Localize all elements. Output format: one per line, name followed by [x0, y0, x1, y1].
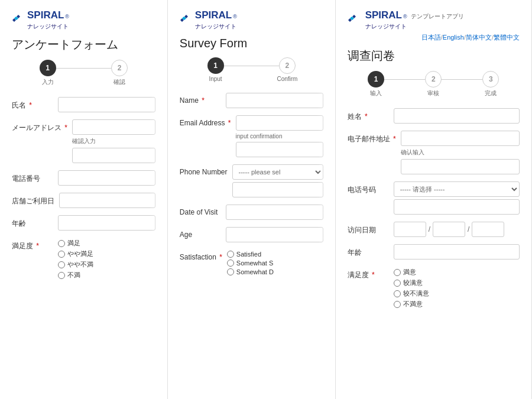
step-circle-3-3: 3 — [482, 71, 499, 87]
input-email-confirm-1[interactable] — [72, 148, 155, 163]
radio-item-1-1[interactable]: 満足 — [58, 239, 93, 248]
radio-item-2-1[interactable]: Satisfied — [227, 251, 274, 258]
logo-sub-1: ナレッジサイト — [27, 22, 69, 31]
step-circle-3-2: 2 — [425, 71, 442, 87]
field-row-email-1: メールアドレス * 確認入力 — [12, 119, 155, 163]
radio-unsatisfied-1[interactable] — [58, 272, 65, 279]
input-email-confirm-3[interactable] — [401, 159, 520, 174]
logo-area-3: SPIRAL ® テンプレートアプリ ナレッジサイト — [348, 9, 520, 31]
date-day-3[interactable] — [472, 222, 504, 237]
step-3-3: 3 完成 — [462, 71, 520, 98]
radio-somewhat-unsatisfied-3[interactable] — [394, 290, 401, 297]
input-name-3[interactable] — [394, 108, 520, 124]
field-row-age-2: Age — [180, 227, 323, 242]
step-label-2-1: Input — [209, 76, 222, 82]
input-group-name-1 — [58, 97, 155, 112]
label-name-3: 姓名 * — [348, 108, 389, 122]
input-name-1[interactable] — [58, 97, 155, 112]
input-visit-2[interactable] — [226, 205, 323, 220]
input-group-visit-1 — [59, 193, 155, 208]
input-group-name-3 — [394, 108, 520, 124]
field-row-phone-2: Phone Number ----- please sel — [180, 164, 323, 197]
label-age-3: 年龄 — [348, 244, 389, 258]
input-name-2[interactable] — [226, 93, 323, 108]
radio-satisfied-1[interactable] — [58, 240, 65, 247]
radio-somewhat-satisfied-3[interactable] — [394, 280, 401, 287]
label-satisfaction-1: 満足度 * — [12, 238, 53, 251]
input-group-email-1: 確認入力 — [72, 119, 155, 163]
input-group-email-2: input confirmation — [236, 115, 323, 157]
input-group-age-3 — [394, 244, 520, 259]
input-email-3[interactable] — [401, 131, 520, 146]
label-satisfaction-2: Satisfaction * — [180, 249, 222, 261]
radio-satisfied-3[interactable] — [394, 269, 401, 276]
radio-somewhat-satisfied-1[interactable] — [58, 251, 65, 258]
label-visit-3: 访问日期 — [348, 222, 389, 235]
lang-english[interactable]: English — [443, 34, 464, 41]
radio-somewhat-s-2[interactable] — [227, 259, 234, 267]
radio-item-1-3[interactable]: やや不満 — [58, 260, 93, 269]
lang-simplified[interactable]: 简体中文 — [466, 34, 492, 41]
input-email-confirm-2[interactable] — [236, 142, 323, 157]
step-label-1-2: 確認 — [113, 78, 125, 86]
input-visit-1[interactable] — [59, 193, 155, 208]
lang-traditional[interactable]: 繁體中文 — [494, 34, 520, 41]
steps-3: 1 输入 2 审核 3 完成 — [348, 71, 520, 98]
step-3-2: 2 审核 — [405, 71, 462, 98]
radio-item-1-2[interactable]: やや満足 — [58, 249, 93, 258]
radio-item-3-1[interactable]: 満意 — [394, 268, 429, 277]
input-age-3[interactable] — [394, 244, 520, 259]
field-row-visit-3: 访问日期 / / — [348, 222, 520, 237]
logo-name-2: SPIRAL — [195, 9, 232, 21]
field-row-name-3: 姓名 * — [348, 108, 520, 124]
step-2-1: 1 Input — [180, 57, 251, 82]
step-2-2: 2 Confirm — [251, 57, 323, 82]
label-name-1: 氏名 * — [12, 97, 53, 111]
radio-somewhat-d-2[interactable] — [227, 268, 234, 275]
label-name-2: Name * — [180, 93, 221, 105]
confirm-label-email-3: 确认输入 — [401, 148, 520, 157]
input-email-2[interactable] — [236, 115, 323, 131]
radio-satisfied-2[interactable] — [227, 251, 234, 258]
radio-group-satisfaction-1: 満足 やや満足 やや不満 不満 — [58, 238, 93, 280]
radio-item-3-3[interactable]: 较不满意 — [394, 289, 429, 298]
radio-item-2-2[interactable]: Somewhat S — [227, 259, 274, 267]
date-year-3[interactable] — [394, 222, 426, 237]
logo-tagline-3: テンプレートアプリ — [411, 12, 464, 21]
step-3-1: 1 输入 — [348, 71, 405, 98]
logo-reg-3: ® — [403, 14, 407, 20]
step-1-2: 2 確認 — [83, 60, 155, 86]
field-row-phone-3: 电话号码 ----- 请选择 ----- — [348, 181, 520, 215]
field-row-age-3: 年龄 — [348, 244, 520, 259]
input-age-1[interactable] — [58, 215, 155, 231]
radio-item-3-4[interactable]: 不満意 — [394, 300, 429, 309]
input-group-phone-1 — [58, 170, 155, 186]
date-sep-1-3: / — [429, 225, 430, 233]
date-month-3[interactable] — [433, 222, 465, 237]
steps-2: 1 Input 2 Confirm — [180, 57, 323, 82]
radio-item-1-4[interactable]: 不満 — [58, 271, 93, 280]
radio-somewhat-unsatisfied-1[interactable] — [58, 261, 65, 268]
input-phone-3[interactable] — [394, 199, 520, 215]
field-row-age-1: 年齢 — [12, 215, 155, 231]
logo-reg-2: ® — [233, 14, 237, 20]
step-label-3-1: 输入 — [370, 89, 382, 98]
lang-japanese[interactable]: 日本語 — [421, 34, 441, 41]
step-circle-3-1: 1 — [368, 71, 384, 87]
radio-item-2-3[interactable]: Somewhat D — [227, 268, 274, 275]
step-label-1-1: 入力 — [42, 78, 54, 86]
input-group-age-2 — [226, 227, 323, 242]
panel-japanese: SPIRAL ® ナレッジサイト アンケートフォーム 1 入力 2 確認 氏名 … — [0, 0, 168, 399]
label-visit-1: 店舗ご利用日 — [12, 193, 54, 206]
step-circle-1-1: 1 — [40, 60, 56, 76]
input-phone-1[interactable] — [58, 170, 155, 186]
input-age-2[interactable] — [226, 227, 323, 242]
input-email-1[interactable] — [72, 119, 155, 135]
input-phone-2[interactable] — [232, 182, 323, 197]
select-phone-2[interactable]: ----- please sel — [232, 164, 323, 180]
radio-item-3-2[interactable]: 较满意 — [394, 278, 429, 287]
input-group-age-1 — [58, 215, 155, 231]
radio-unsatisfied-3[interactable] — [394, 301, 401, 308]
radio-group-satisfaction-3: 満意 较满意 较不满意 不満意 — [394, 267, 429, 309]
select-phone-3[interactable]: ----- 请选择 ----- — [394, 181, 520, 197]
